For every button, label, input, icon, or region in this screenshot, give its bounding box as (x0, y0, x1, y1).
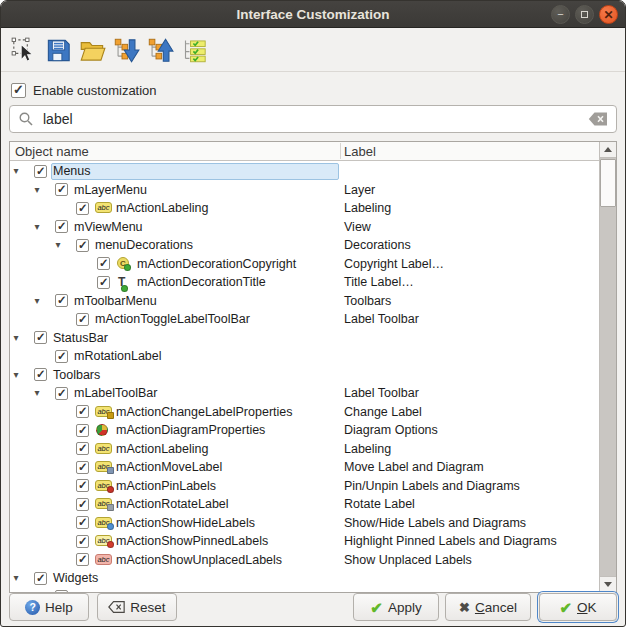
row-checkbox[interactable] (76, 535, 89, 548)
row-checkbox[interactable] (76, 405, 89, 418)
object-label: Highlight Pinned Labels and Diagrams (344, 532, 557, 551)
tree-row[interactable]: mRotationLabel (10, 347, 599, 366)
load-customization-button[interactable] (77, 34, 107, 66)
object-name: mActionShowPinnedLabels (116, 532, 268, 551)
expand-arrow-icon[interactable]: ▾ (10, 569, 22, 588)
object-name: mActionRotateLabel (116, 495, 229, 514)
expand-check-all-button[interactable] (179, 34, 209, 66)
tree-row[interactable]: ▾menuDecorationsDecorations (10, 236, 599, 255)
row-checkbox[interactable] (34, 165, 47, 178)
expand-arrow-icon[interactable]: ▾ (31, 292, 43, 311)
reset-button[interactable]: Reset (97, 593, 177, 621)
tree-row[interactable]: CmActionDecorationCopyrightCopyright Lab… (10, 255, 599, 274)
tree-row[interactable]: abcmActionChangeLabelPropertiesChange La… (10, 403, 599, 422)
row-checkbox[interactable] (76, 424, 89, 437)
row-checkbox[interactable] (34, 331, 47, 344)
tree-row[interactable]: ▾StatusBar (10, 329, 599, 348)
tree-row[interactable]: abcmActionShowHideLabelsShow/Hide Labels… (10, 514, 599, 533)
tree-row[interactable]: mActionDiagramPropertiesDiagram Options (10, 421, 599, 440)
row-checkbox[interactable] (76, 553, 89, 566)
column-header-object-name[interactable]: Object name (15, 142, 89, 161)
object-name: mActionLabeling (116, 440, 208, 459)
expand-arrow-icon[interactable]: ▾ (31, 218, 43, 237)
tree-row[interactable]: ▾mToolbarMenuToolbars (10, 292, 599, 311)
tree-row[interactable]: abcmActionPinLabelsPin/Unpin Labels and … (10, 477, 599, 496)
object-name: mActionDiagramProperties (116, 421, 265, 440)
column-header-label[interactable]: Label (344, 142, 376, 161)
row-checkbox[interactable] (76, 479, 89, 492)
expand-arrow-icon[interactable]: ▾ (10, 366, 22, 385)
labeling-icon: abc (95, 442, 113, 455)
save-customization-button[interactable] (43, 34, 73, 66)
scroll-up-button[interactable] (600, 142, 616, 158)
tree-row[interactable]: abcmActionShowUnplacedLabelsShow Unplace… (10, 551, 599, 570)
tree-row[interactable]: abcmActionLabelingLabeling (10, 440, 599, 459)
tree-row[interactable]: ▾Menus (10, 162, 599, 181)
expand-arrow-icon[interactable]: ▾ (10, 162, 22, 181)
titlebar[interactable]: Interface Customization − ✕ (1, 1, 625, 28)
tree-row[interactable]: ▾QgsAbout (10, 588, 599, 593)
expand-arrow-icon[interactable]: ▾ (31, 384, 43, 403)
expand-arrow-icon[interactable]: ▾ (52, 236, 64, 255)
clear-backspace-icon[interactable] (588, 112, 608, 126)
vertical-scrollbar[interactable] (599, 142, 616, 592)
tree-row[interactable]: ▾mLayerMenuLayer (10, 181, 599, 200)
row-checkbox[interactable] (76, 442, 89, 455)
folder-open-icon (79, 37, 106, 64)
tree-row[interactable]: ▾Toolbars (10, 366, 599, 385)
row-checkbox[interactable] (55, 387, 68, 400)
tree-row[interactable]: abcmActionShowPinnedLabelsHighlight Pinn… (10, 532, 599, 551)
row-checkbox[interactable] (76, 516, 89, 529)
row-checkbox[interactable] (97, 276, 110, 289)
minimize-button[interactable]: − (551, 5, 570, 24)
row-checkbox[interactable] (55, 220, 68, 233)
maximize-button[interactable] (575, 5, 594, 24)
expand-arrow-icon[interactable]: ▾ (31, 588, 43, 593)
apply-button-label: Apply (388, 600, 422, 615)
row-checkbox[interactable] (76, 202, 89, 215)
tree-row[interactable]: abcmActionRotateLabelRotate Label (10, 495, 599, 514)
search-box[interactable] (9, 105, 617, 133)
object-name: Menus (53, 162, 91, 181)
row-checkbox[interactable] (76, 239, 89, 252)
apply-button[interactable]: ✔ Apply (353, 593, 439, 621)
tree-row[interactable]: TmActionDecorationTitleTitle Label… (10, 273, 599, 292)
scrollbar-thumb[interactable] (600, 159, 616, 207)
tree-header[interactable]: Object name Label (10, 142, 599, 161)
row-checkbox[interactable] (55, 350, 68, 363)
row-checkbox[interactable] (76, 313, 89, 326)
help-button[interactable]: ? Help (9, 593, 89, 621)
object-name: mActionDecorationTitle (137, 273, 266, 292)
row-checkbox[interactable] (34, 572, 47, 585)
import-from-file-button[interactable] (111, 34, 141, 66)
tree-row[interactable]: abcmActionLabelingLabeling (10, 199, 599, 218)
row-checkbox[interactable] (97, 257, 110, 270)
scroll-down-button[interactable] (600, 576, 616, 592)
object-name: mActionDecorationCopyright (137, 255, 296, 274)
row-checkbox[interactable] (55, 590, 68, 592)
reset-button-label: Reset (130, 600, 165, 615)
enable-customization-checkbox[interactable] (11, 83, 26, 98)
tree-row[interactable]: ▾mViewMenuView (10, 218, 599, 237)
search-input[interactable] (41, 110, 581, 128)
expand-arrow-icon[interactable]: ▾ (31, 181, 43, 200)
export-to-file-button[interactable] (145, 34, 175, 66)
object-name: StatusBar (53, 329, 108, 348)
tree-row[interactable]: ▾Widgets (10, 569, 599, 588)
row-checkbox[interactable] (76, 498, 89, 511)
tree-row[interactable]: mActionToggleLabelToolBarLabel Toolbar (10, 310, 599, 329)
switch-to-catching-widgets-button[interactable] (9, 34, 39, 66)
cancel-button[interactable]: ✖ Cancel (445, 593, 531, 621)
row-checkbox[interactable] (76, 461, 89, 474)
object-label: Label Toolbar (344, 384, 419, 403)
ok-button[interactable]: ✔ OK (539, 593, 617, 621)
close-button[interactable]: ✕ (599, 5, 618, 24)
row-checkbox[interactable] (55, 294, 68, 307)
expand-arrow-icon[interactable]: ▾ (10, 329, 22, 348)
tree-row[interactable]: abcmActionMoveLabelMove Label and Diagra… (10, 458, 599, 477)
title-icon: T (116, 276, 134, 289)
row-checkbox[interactable] (34, 368, 47, 381)
column-divider[interactable] (340, 143, 341, 159)
tree-row[interactable]: ▾mLabelToolBarLabel Toolbar (10, 384, 599, 403)
row-checkbox[interactable] (55, 183, 68, 196)
